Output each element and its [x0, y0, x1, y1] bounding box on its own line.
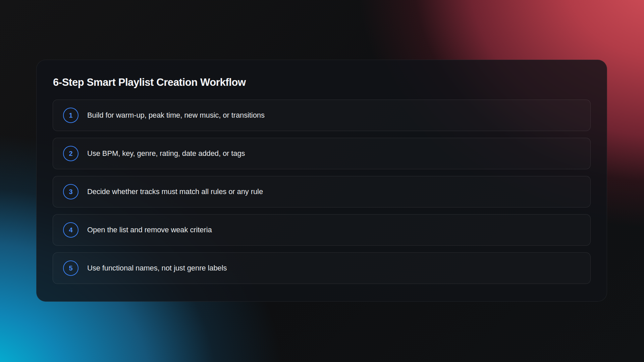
- step-number: 4: [69, 227, 72, 233]
- step-label: Use functional names, not just genre lab…: [87, 264, 227, 273]
- step-number-badge: 4: [63, 222, 78, 238]
- step-number: 3: [69, 188, 72, 195]
- step-row: 5 Use functional names, not just genre l…: [53, 252, 591, 284]
- workflow-card: 6-Step Smart Playlist Creation Workflow …: [36, 60, 607, 302]
- step-number-badge: 1: [63, 108, 78, 123]
- step-label: Decide whether tracks must match all rul…: [87, 187, 263, 196]
- step-number: 2: [69, 150, 72, 157]
- step-number-badge: 5: [63, 260, 78, 276]
- step-label: Open the list and remove weak criteria: [87, 226, 212, 234]
- step-number-badge: 2: [63, 146, 78, 161]
- step-number: 5: [69, 265, 72, 272]
- step-label: Use BPM, key, genre, rating, date added,…: [87, 149, 245, 158]
- step-row: 1 Build for warm-up, peak time, new musi…: [53, 100, 591, 131]
- steps-list: 1 Build for warm-up, peak time, new musi…: [53, 100, 591, 284]
- page-title: 6-Step Smart Playlist Creation Workflow: [53, 75, 591, 89]
- step-label: Build for warm-up, peak time, new music,…: [87, 111, 265, 120]
- step-row: 2 Use BPM, key, genre, rating, date adde…: [53, 138, 591, 169]
- step-number: 1: [69, 112, 72, 119]
- step-row: 4 Open the list and remove weak criteria: [53, 214, 591, 246]
- step-row: 3 Decide whether tracks must match all r…: [53, 176, 591, 207]
- step-number-badge: 3: [63, 184, 78, 199]
